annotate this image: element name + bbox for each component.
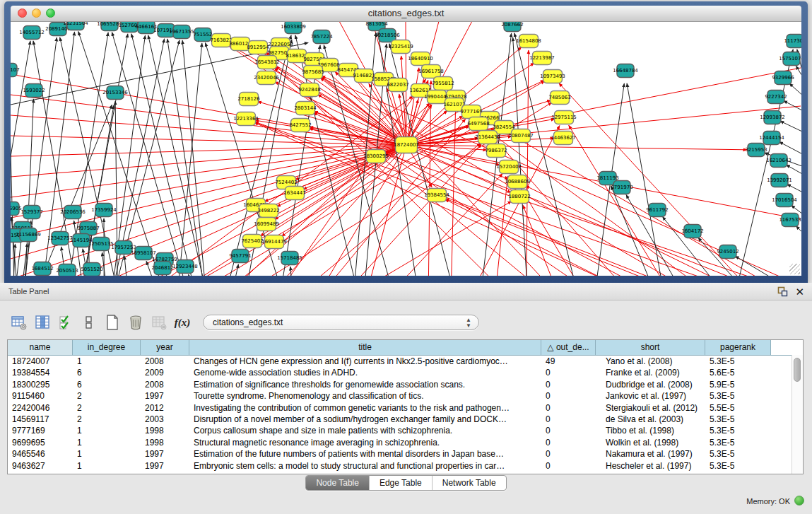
graph-node[interactable]: 18724007 [394,137,419,153]
graph-node[interactable]: 12975115 [551,111,577,124]
tab-edge-table[interactable]: Edge Table [369,476,432,490]
graph-node[interactable]: 10688609 [505,175,530,189]
graph-node[interactable]: 8427552 [289,119,311,132]
network-window-titlebar[interactable]: citations_edges.txt [11,6,801,22]
graph-node[interactable]: 2803144 [294,102,317,115]
graph-node[interactable]: 14463627 [551,132,576,145]
column-header-in_degree[interactable]: in_degree [73,340,141,355]
graph-node[interactable]: 1880722 [508,190,530,204]
graph-node[interactable]: 18640910 [408,52,433,66]
graph-node[interactable]: 6791970 [611,181,632,194]
table-body[interactable]: 1872400712008Changes of HCN gene express… [8,356,803,472]
float-panel-icon[interactable] [777,286,788,297]
graph-node[interactable]: 14055712 [19,26,45,40]
graph-node[interactable]: 9875685 [302,66,324,79]
row-height-icon[interactable] [80,313,98,332]
table-scrollbar[interactable] [792,355,803,474]
graph-node[interactable]: 18300295 [363,150,389,163]
new-table-icon[interactable] [103,313,122,332]
graph-node[interactable]: 15751074 [779,52,801,66]
graph-node[interactable]: 12213987 [529,52,555,65]
graph-node[interactable]: 7955812 [432,77,454,90]
graph-node[interactable]: 12342757 [47,232,73,245]
graph-node[interactable]: 7857224 [310,30,333,44]
table-scrollbar-thumb[interactable] [794,358,801,382]
graph-node[interactable]: 9611792 [646,204,668,217]
graph-node[interactable]: 1634447 [283,187,305,200]
close-panel-icon[interactable]: ✕ [795,284,804,299]
function-builder-icon[interactable]: f(x) [173,313,192,332]
graph-node[interactable]: 1604172 [681,225,703,238]
graph-node[interactable]: 7485063 [548,91,570,105]
column-header-year[interactable]: year [141,340,189,355]
graph-node[interactable]: 2526905 [11,202,22,216]
select-attributes-icon[interactable] [57,313,75,332]
graph-node[interactable]: 16099489 [254,218,279,231]
graph-node[interactable]: 2055107 [11,64,20,77]
graph-node[interactable]: 19384554 [424,189,449,202]
graph-node[interactable]: 9245012 [717,245,739,259]
table-row[interactable]: 1830029562008Estimation of significance … [8,379,803,390]
graph-node[interactable]: 10973493 [540,70,565,83]
column-header-out_de[interactable]: △ out_de... [541,340,596,355]
graph-node[interactable]: 16914479 [261,235,287,249]
table-row[interactable]: 911546021997Tourette syndrome. Phenomeno… [8,390,803,402]
table-row[interactable]: 1872400712008Changes of HCN gene express… [8,356,803,367]
graph-node[interactable]: 1593022 [23,84,45,98]
graph-node[interactable]: 7625402 [241,235,263,248]
graph-node[interactable]: 6822037 [387,78,408,92]
table-settings-icon[interactable] [10,313,28,332]
graph-node[interactable]: 751552 [194,28,213,42]
graph-node[interactable]: 17016504 [772,194,797,207]
table-row[interactable]: 969969511998Structural magnetic resonanc… [8,437,803,448]
graph-node[interactable]: 1529377 [20,206,42,219]
graph-node[interactable]: 3215953 [745,144,767,157]
table-selector-dropdown[interactable]: citations_edges.txt ▲▼ [203,315,479,330]
graph-node[interactable]: 1684512 [31,262,53,276]
graph-node[interactable]: 16543812 [254,56,280,69]
table-row[interactable]: 1456911722003Disruption of a novel membe… [8,414,803,425]
graph-node[interactable]: 6497568 [467,117,489,131]
column-header-pagerank[interactable]: pagerank [705,340,771,355]
column-header-title[interactable]: title [189,340,541,355]
graph-node[interactable]: 15720407 [496,160,522,174]
graph-node[interactable]: 9457791 [229,250,251,263]
graph-node[interactable]: 5051520 [81,263,102,276]
table-row[interactable]: 946554611997Estimation of the future num… [8,448,803,460]
graph-node[interactable]: 2046812 [151,262,173,275]
table-row[interactable]: 946362711997Embryonic stem cells: a mode… [8,460,803,472]
tab-network-table[interactable]: Network Table [432,476,506,490]
graph-node[interactable]: 1167533 [779,214,801,227]
graph-node[interactable]: 12325419 [388,40,413,54]
graph-node[interactable]: 2718126 [237,93,260,106]
graph-node[interactable]: 10807487 [508,129,534,143]
graph-node[interactable]: 16961758 [418,65,444,78]
graph-node[interactable]: 16033809 [281,22,306,34]
graph-node[interactable]: 16154808 [516,35,541,48]
graph-node[interactable]: 7986372 [485,144,507,158]
graph-node[interactable]: 8912954 [247,41,269,54]
network-canvas[interactable]: 2055107159302214055712208914061623150410… [11,22,801,276]
graph-node[interactable]: 2087662 [501,22,523,32]
graph-node[interactable]: 2050513 [56,264,78,276]
table-row[interactable]: 2242004622012Investigating the contribut… [8,402,803,414]
graph-node[interactable]: 21364436 [475,131,500,144]
tab-node-table[interactable]: Node Table [306,476,369,490]
window-resize-grip[interactable] [789,264,800,274]
graph-node[interactable]: 12093872 [760,111,785,124]
graph-node[interactable]: 23420046 [254,71,279,85]
graph-node[interactable]: 9227342 [765,90,787,104]
memory-status-indicator[interactable] [794,496,804,506]
table-row[interactable]: 977716911998Corpus callosum shape and si… [8,425,803,436]
table-header-row[interactable]: namein_degreeyeartitle△ out_de...shortpa… [8,340,803,356]
graph-node[interactable]: 12213364 [233,112,259,126]
delete-table-icon[interactable] [126,313,145,332]
graph-node[interactable]: 9777169 [460,105,482,119]
graph-node[interactable]: 9242848 [298,83,320,97]
graph-node[interactable]: 20206536 [60,206,86,219]
column-preferences-icon[interactable] [33,313,52,332]
graph-node[interactable]: 9975887 [77,222,99,235]
graph-node[interactable]: 20153346 [102,86,128,100]
column-header-short[interactable]: short [596,340,705,355]
graph-node[interactable]: 9329966 [772,71,794,85]
